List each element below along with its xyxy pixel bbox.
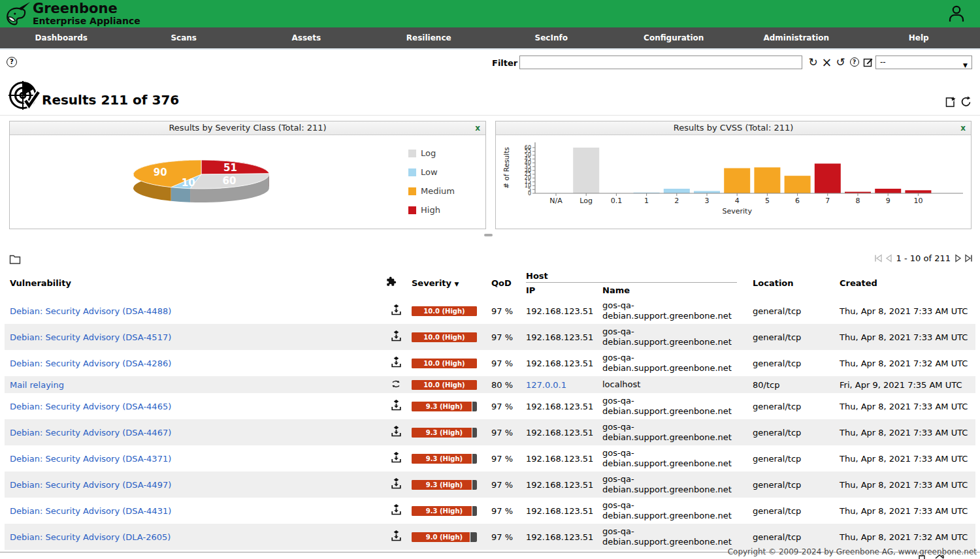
dashboard-resize-handle[interactable]	[484, 234, 493, 236]
col-header-severity[interactable]: Severity ▼	[406, 268, 486, 298]
results-icon	[8, 80, 41, 112]
close-icon[interactable]: x	[475, 121, 480, 135]
panel-header[interactable]: Results by Severity Class (Total: 211) x	[10, 121, 485, 135]
next-page-icon[interactable]	[953, 253, 963, 263]
col-header-vulnerability[interactable]: Vulnerability	[5, 268, 380, 298]
export-icon[interactable]	[944, 96, 956, 108]
vulnerability-link[interactable]: Debian: Security Advisory (DSA-4497)	[10, 480, 171, 490]
vulnerability-link[interactable]: Debian: Security Advisory (DSA-4431)	[10, 506, 171, 516]
vulnerability-link[interactable]: Debian: Security Advisory (DSA-4517)	[10, 332, 171, 342]
vulnerability-link[interactable]: Debian: Security Advisory (DSA-4465)	[10, 402, 171, 411]
svg-text:90: 90	[154, 167, 167, 178]
severity-bar: 10.0 (High)	[412, 380, 477, 390]
svg-text:0.1: 0.1	[611, 197, 623, 205]
last-page-icon[interactable]	[964, 253, 973, 263]
col-header-host-ip[interactable]: IP	[521, 283, 597, 298]
col-label: QoD	[491, 278, 512, 288]
solution-type-cell	[380, 471, 406, 498]
location-cell: general/tcp	[747, 298, 834, 324]
col-header-solution-type[interactable]	[380, 268, 406, 298]
nav-item-secinfo[interactable]: SecInfo	[490, 27, 613, 48]
svg-text:9: 9	[886, 197, 890, 205]
qod-cell: 97 %	[486, 393, 521, 419]
created-cell: Fri, Apr 9, 2021 7:35 AM UTC	[834, 376, 975, 393]
folder-icon[interactable]	[9, 253, 21, 264]
location-cell: general/tcp	[747, 471, 834, 498]
filter-edit-icon[interactable]	[862, 55, 874, 69]
filter-delete-icon[interactable]: ×	[821, 55, 832, 69]
first-page-icon[interactable]	[874, 253, 883, 263]
result-row: Debian: Security Advisory (DLA-2605) 9.0…	[5, 524, 975, 550]
result-row: Debian: Security Advisory (DSA-4465) 9.3…	[5, 393, 975, 419]
col-header-host: Host	[521, 268, 747, 283]
nav-label: Scans	[171, 33, 197, 42]
nav-label: SecInfo	[535, 33, 568, 42]
page-title: Results 211 of 376	[42, 92, 179, 108]
filter-input[interactable]	[519, 56, 802, 69]
cvss-bar-chart: 051015202530354045505560# of ResultsN/AL…	[496, 135, 971, 229]
qod-cell: 97 %	[486, 324, 521, 350]
nav-item-assets[interactable]: Assets	[245, 27, 368, 48]
severity-bar: 9.3 (High)	[412, 506, 477, 516]
legend-item-log: Log	[408, 148, 455, 158]
location-cell: general/tcp	[747, 524, 834, 550]
nav-item-resilience[interactable]: Resilience	[368, 27, 491, 48]
legend-item-low: Low	[408, 167, 455, 177]
host-ip-link[interactable]: 127.0.0.1	[526, 380, 566, 390]
cvss-panel: Results by CVSS (Total: 211) x 051015202…	[495, 121, 972, 229]
help-icon[interactable]: ?	[7, 57, 17, 67]
svg-text:4: 4	[735, 197, 740, 205]
col-header-qod[interactable]: QoD	[486, 268, 521, 298]
close-icon[interactable]: x	[960, 121, 966, 135]
pagination: 1 - 10 of 211	[874, 253, 973, 263]
vulnerability-link[interactable]: Mail relaying	[10, 380, 64, 390]
severity-class-panel: Results by Severity Class (Total: 211) x…	[9, 121, 486, 229]
severity-label: 9.3 (High)	[412, 428, 477, 438]
refresh-icon[interactable]	[960, 96, 972, 108]
legend-swatch	[408, 187, 416, 195]
vulnerability-link[interactable]: Debian: Security Advisory (DSA-4467)	[10, 428, 171, 438]
legend-item-high: High	[408, 205, 455, 215]
host-ip-cell: 192.168.123.51	[521, 445, 597, 471]
created-cell: Thu, Apr 8, 2021 7:32 AM UTC	[834, 524, 975, 550]
location-cell: 80/tcp	[747, 376, 834, 393]
severity-bar: 9.0 (High)	[412, 532, 477, 542]
host-ip-cell: 192.168.123.51	[521, 324, 597, 350]
vendor-fix-icon	[391, 357, 402, 368]
filter-preset-select[interactable]: -- ▼	[875, 56, 972, 69]
col-label: Created	[840, 278, 877, 288]
host-name-cell: gos-qa-debian.support.greenbone.net	[597, 524, 747, 550]
col-header-host-name[interactable]: Name	[597, 283, 747, 298]
host-ip: 192.168.123.51	[526, 402, 593, 411]
svg-text:8: 8	[856, 197, 860, 205]
vulnerability-link[interactable]: Debian: Security Advisory (DSA-4488)	[10, 306, 171, 316]
greenbone-logo-icon	[5, 1, 32, 27]
vulnerability-link[interactable]: Debian: Security Advisory (DSA-4286)	[10, 359, 171, 368]
nav-item-configuration[interactable]: Configuration	[613, 27, 736, 48]
filter-update-icon[interactable]: ↻	[808, 55, 819, 69]
host-ip: 192.168.123.51	[526, 306, 593, 316]
nav-item-scans[interactable]: Scans	[123, 27, 246, 48]
severity-label: 10.0 (High)	[412, 332, 477, 342]
vulnerability-link[interactable]: Debian: Security Advisory (DLA-2605)	[10, 532, 171, 542]
legend-swatch	[408, 206, 416, 214]
vulnerability-link[interactable]: Debian: Security Advisory (DSA-4371)	[10, 454, 171, 464]
severity-label: 9.3 (High)	[412, 454, 477, 464]
table-footer-icons-clipped	[918, 554, 944, 559]
col-header-created[interactable]: Created	[834, 268, 975, 298]
filter-help-icon[interactable]: ?	[849, 55, 860, 69]
nav-item-help[interactable]: Help	[858, 27, 980, 48]
vendor-fix-icon	[391, 530, 402, 542]
severity-label: 9.3 (High)	[412, 402, 477, 411]
user-icon[interactable]	[946, 4, 967, 24]
nav-item-dashboards[interactable]: Dashboards	[0, 27, 123, 48]
severity-label: 10.0 (High)	[412, 380, 477, 390]
prev-page-icon[interactable]	[884, 253, 894, 263]
col-header-location[interactable]: Location	[747, 268, 834, 298]
col-label: Location	[753, 278, 794, 288]
nav-item-administration[interactable]: Administration	[735, 27, 858, 48]
host-ip: 192.168.123.51	[526, 332, 593, 342]
filter-reset-icon[interactable]: ↺	[835, 55, 846, 69]
panel-header[interactable]: Results by CVSS (Total: 211) x	[496, 121, 971, 135]
severity-bar: 10.0 (High)	[412, 332, 477, 342]
